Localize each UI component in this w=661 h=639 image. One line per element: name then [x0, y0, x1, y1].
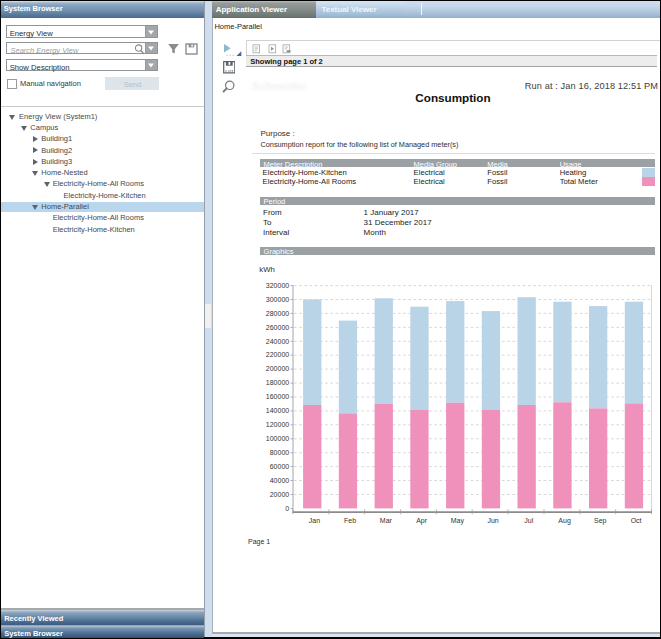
svg-text:260000: 260000: [266, 324, 289, 331]
svg-text:20000: 20000: [270, 491, 290, 498]
svg-text:80000: 80000: [270, 449, 290, 456]
svg-text:140000: 140000: [266, 407, 289, 414]
svg-text:Jul: Jul: [524, 517, 533, 524]
svg-text:40000: 40000: [270, 477, 290, 484]
svg-text:Aug: Aug: [558, 517, 571, 525]
svg-text:300000: 300000: [266, 296, 289, 303]
svg-text:Sep: Sep: [594, 517, 607, 525]
svg-text:Mar: Mar: [380, 517, 393, 524]
svg-text:160000: 160000: [266, 393, 289, 400]
svg-text:0: 0: [285, 505, 289, 512]
svg-text:Apr: Apr: [416, 517, 428, 525]
svg-text:220000: 220000: [266, 351, 289, 358]
svg-text:240000: 240000: [266, 338, 289, 345]
svg-text:Feb: Feb: [344, 517, 356, 524]
svg-text:Jun: Jun: [487, 517, 498, 524]
svg-text:Jan: Jan: [309, 517, 320, 524]
svg-text:120000: 120000: [266, 421, 289, 428]
svg-text:100000: 100000: [266, 435, 289, 442]
svg-text:200000: 200000: [266, 365, 289, 372]
svg-text:60000: 60000: [270, 463, 290, 470]
svg-text:280000: 280000: [266, 310, 289, 317]
svg-text:May: May: [451, 517, 465, 525]
svg-text:Oct: Oct: [631, 517, 642, 524]
svg-text:320000: 320000: [266, 282, 289, 289]
svg-text:180000: 180000: [266, 379, 289, 386]
